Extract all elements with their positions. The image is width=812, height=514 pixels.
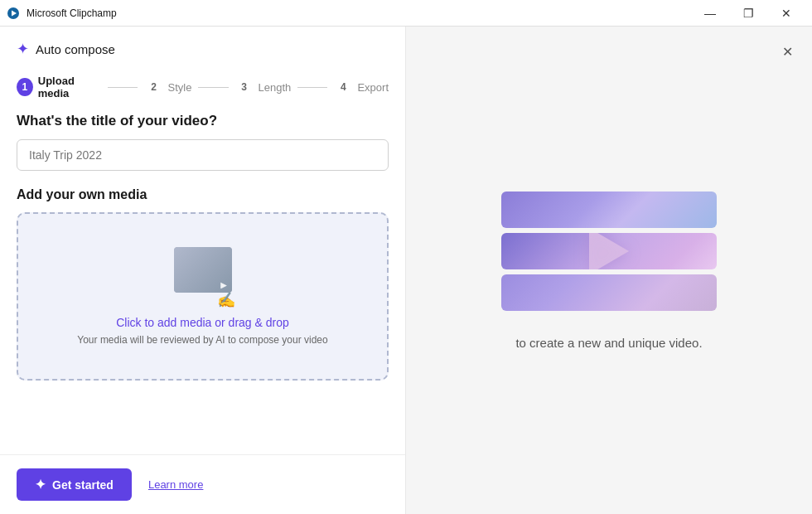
video-title-input[interactable] bbox=[17, 139, 389, 171]
form-content: What's the title of your video? Add your… bbox=[0, 113, 405, 454]
get-started-icon: ✦ bbox=[35, 477, 46, 492]
click-to-add-label[interactable]: Click to add media or drag & drop bbox=[116, 316, 289, 329]
auto-compose-header: ✦ Auto compose bbox=[0, 27, 405, 68]
step-4-circle: 4 bbox=[334, 78, 352, 96]
play-arrow-icon bbox=[589, 233, 629, 269]
media-icon-preview: ▶ bbox=[174, 247, 232, 293]
get-started-button[interactable]: ✦ Get started bbox=[17, 468, 132, 501]
cursor-icon: ✍ bbox=[217, 291, 235, 309]
video-strip-top bbox=[501, 192, 717, 228]
title-bar-left: Microsoft Clipchamp bbox=[7, 7, 117, 20]
left-panel: ✦ Auto compose 1 Upload media 2 Style 3 … bbox=[0, 27, 406, 514]
step-divider-2 bbox=[198, 87, 228, 88]
app-icon bbox=[7, 7, 20, 20]
title-bar-controls: — ❐ ✕ bbox=[691, 0, 805, 27]
auto-compose-icon: ✦ bbox=[17, 40, 29, 58]
step-1-label: Upload media bbox=[38, 75, 102, 99]
step-divider-1 bbox=[108, 87, 138, 88]
learn-more-link[interactable]: Learn more bbox=[148, 478, 203, 491]
video-title-heading: What's the title of your video? bbox=[17, 113, 389, 129]
step-2[interactable]: 2 Style bbox=[144, 78, 191, 96]
minimize-button[interactable]: — bbox=[691, 0, 729, 27]
step-3[interactable]: 3 Length bbox=[235, 78, 292, 96]
media-drop-zone[interactable]: ▶ ✍ Click to add media or drag & drop Yo… bbox=[17, 212, 389, 381]
auto-compose-label: Auto compose bbox=[36, 42, 115, 56]
step-2-circle: 2 bbox=[144, 78, 162, 96]
close-button[interactable]: ✕ bbox=[767, 0, 805, 27]
main-content: ✦ Auto compose 1 Upload media 2 Style 3 … bbox=[0, 27, 812, 514]
title-bar: Microsoft Clipchamp — ❐ ✕ bbox=[0, 0, 812, 27]
video-strip-middle bbox=[501, 233, 717, 269]
step-3-label: Length bbox=[259, 81, 292, 94]
right-tagline: to create a new and unique video. bbox=[515, 336, 702, 350]
title-bar-title: Microsoft Clipchamp bbox=[27, 7, 117, 19]
step-4[interactable]: 4 Export bbox=[334, 78, 389, 96]
steps-bar: 1 Upload media 2 Style 3 Length 4 Export bbox=[0, 68, 405, 113]
step-1[interactable]: 1 Upload media bbox=[17, 75, 101, 99]
step-4-label: Export bbox=[357, 81, 389, 94]
bottom-bar: ✦ Get started Learn more bbox=[0, 454, 405, 514]
step-2-label: Style bbox=[167, 81, 191, 94]
close-right-button[interactable]: ✕ bbox=[776, 40, 799, 63]
drop-zone-hint: Your media will be reviewed by AI to com… bbox=[77, 334, 327, 346]
video-preview-illustration bbox=[501, 192, 717, 311]
step-divider-3 bbox=[297, 87, 327, 88]
video-strip-bottom bbox=[501, 274, 717, 311]
step-3-circle: 3 bbox=[235, 78, 254, 96]
add-media-heading: Add your own media bbox=[17, 187, 389, 202]
get-started-label: Get started bbox=[52, 478, 114, 492]
right-panel: ✕ to create a new and unique video. bbox=[406, 27, 812, 514]
restore-button[interactable]: ❐ bbox=[729, 0, 767, 27]
step-1-circle: 1 bbox=[17, 78, 33, 96]
